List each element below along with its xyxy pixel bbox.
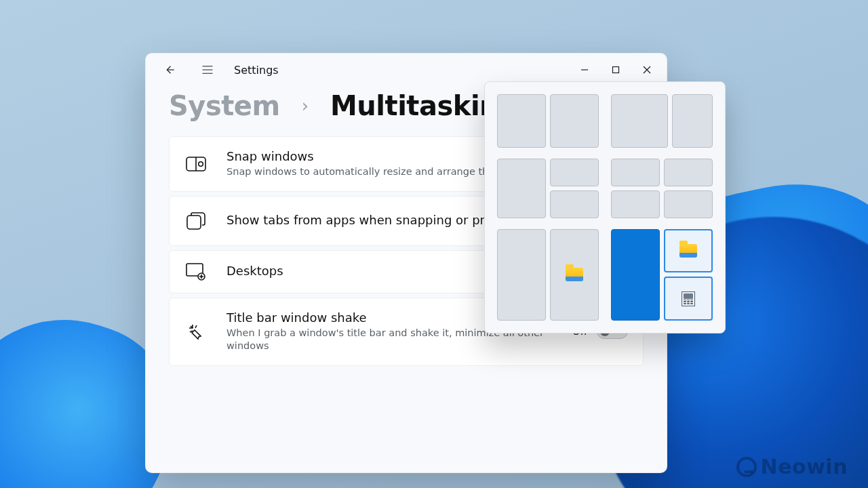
snap-layout-option[interactable] [497,94,599,148]
breadcrumb-parent[interactable]: System [169,90,280,121]
folder-icon [566,268,583,281]
minimize-button[interactable] [569,56,600,83]
snap-region-selected[interactable] [611,229,660,321]
snap-region[interactable] [497,159,546,218]
snap-region[interactable] [611,159,660,186]
watermark: Neowin [736,455,848,479]
snap-region[interactable] [664,159,713,186]
calculator-icon [682,291,695,306]
snap-layout-option[interactable] [497,229,599,321]
snap-region[interactable] [611,94,668,148]
desktops-icon [184,263,208,281]
svg-rect-3 [187,216,201,229]
snap-layout-option[interactable] [611,94,713,148]
window-controls [569,56,663,83]
snap-region[interactable] [550,159,599,186]
snap-layout-option[interactable] [611,159,713,218]
snap-region[interactable] [664,229,713,273]
snap-layout-option[interactable] [611,229,713,321]
snap-region[interactable] [550,190,599,218]
menu-icon[interactable] [196,58,219,81]
snap-region[interactable] [611,190,660,218]
folder-icon [679,244,697,258]
chevron-right-icon: › [302,96,309,116]
maximize-button[interactable] [600,56,631,83]
close-button[interactable] [631,56,663,83]
snap-region[interactable] [550,229,599,321]
watermark-text: Neowin [761,455,848,479]
svg-point-2 [199,161,203,166]
watermark-icon [732,452,760,481]
window-title: Settings [234,64,279,77]
snap-layouts-flyout [484,81,726,333]
desktop-wallpaper: Settings System › Multitasking [0,0,868,488]
snap-region[interactable] [497,94,546,148]
snap-icon [184,157,208,171]
svg-rect-0 [613,67,619,73]
snap-region[interactable] [664,277,713,321]
tabs-icon [184,212,208,230]
snap-region[interactable] [672,94,713,148]
snap-layout-option[interactable] [497,159,599,218]
shake-icon [184,322,208,341]
back-button[interactable] [158,58,181,81]
snap-region[interactable] [497,229,546,321]
snap-region[interactable] [664,190,713,218]
snap-region[interactable] [550,94,599,148]
